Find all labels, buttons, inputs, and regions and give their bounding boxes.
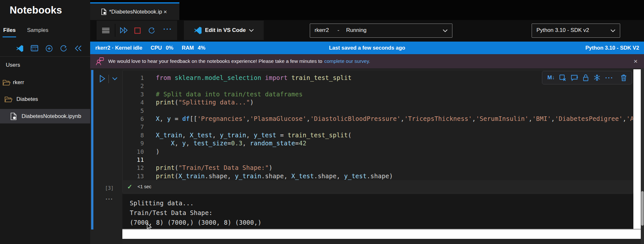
tab-bar: *DiabetesNotebook.ip × bbox=[90, 0, 644, 20]
folder-open-icon bbox=[5, 96, 13, 102]
notebook-canvas: [3] ··· 1from sklearn.model_selection im… bbox=[90, 68, 644, 244]
tab-title: *DiabetesNotebook.ip bbox=[109, 9, 162, 15]
run-cell-icon[interactable] bbox=[99, 75, 106, 83]
code-line[interactable]: 4print("Splitting data...") bbox=[123, 98, 633, 106]
kernel-status-bar: rkerr2 · Kernel idle CPU 0% RAM 4% Last … bbox=[90, 42, 644, 54]
notebook-file-icon bbox=[101, 8, 107, 15]
selected-cell-indicator bbox=[91, 70, 93, 229]
notebook-toolbar: ··· Edit in VS Code Compute: rkerr2 - Ru… bbox=[90, 20, 644, 42]
stop-icon[interactable] bbox=[134, 27, 141, 34]
more-cell-actions-icon[interactable]: ··· bbox=[605, 74, 613, 82]
scrollbar-thumb[interactable] bbox=[641, 191, 644, 226]
execution-duration: <1 sec bbox=[137, 184, 151, 189]
vscode-icon[interactable] bbox=[16, 45, 24, 52]
convert-to-markdown-icon[interactable]: M↓ bbox=[547, 74, 555, 81]
output-line: (7000, 8) (7000,) (3000, 8) (3000,) bbox=[122, 218, 633, 227]
last-saved-status: Last saved a few seconds ago bbox=[329, 45, 405, 51]
code-line[interactable]: 6X, y = df[['Pregnancies','PlasmaGlucose… bbox=[123, 115, 633, 123]
tree-item-diabetes[interactable]: Diabetes bbox=[0, 93, 90, 105]
code-cell[interactable]: 1from sklearn.model_selection import tra… bbox=[122, 70, 633, 193]
code-line[interactable]: 9 X, y, test_size=0.3, random_state=42 bbox=[123, 139, 633, 147]
output-more-icon[interactable]: ··· bbox=[106, 196, 113, 203]
code-line[interactable]: 12print("Train/Test Data Shape:") bbox=[123, 164, 633, 172]
main-area: *DiabetesNotebook.ip × ··· bbox=[90, 0, 644, 244]
toolbar-separator bbox=[115, 24, 115, 37]
compute-select[interactable]: rkerr2 - Running bbox=[310, 24, 452, 38]
clear-output-icon[interactable] bbox=[559, 74, 566, 81]
restart-kernel-icon[interactable] bbox=[148, 27, 155, 34]
survey-link[interactable]: complete our survey. bbox=[324, 58, 370, 64]
compute-state: Running bbox=[346, 27, 366, 34]
scroll-gutter-horizontal bbox=[122, 229, 641, 239]
code-lines[interactable]: 1from sklearn.model_selection import tra… bbox=[123, 74, 633, 180]
svg-text:C:\: C:\ bbox=[32, 48, 37, 51]
vscode-icon bbox=[194, 26, 202, 34]
code-line[interactable]: 10) bbox=[123, 148, 633, 156]
scroll-gutter-vertical bbox=[633, 69, 641, 244]
kernel-name: Python 3.10 - SDK v2 bbox=[536, 27, 589, 34]
users-section-label: Users bbox=[6, 62, 20, 68]
bottom-margin bbox=[122, 239, 641, 244]
code-line[interactable]: 3# Split data into train/test dataframes bbox=[123, 90, 633, 98]
output-line: Splitting data... bbox=[122, 198, 633, 208]
tree-item-label: rkerr bbox=[13, 79, 24, 86]
tree-item-rkerr[interactable]: rkerr bbox=[0, 77, 90, 88]
dismiss-banner-icon[interactable]: × bbox=[634, 57, 638, 65]
folder-open-icon bbox=[3, 79, 11, 86]
kernel-select[interactable]: Python 3.10 - SDK v2 bbox=[532, 24, 620, 38]
run-all-icon[interactable] bbox=[120, 27, 128, 34]
chevron-down-icon bbox=[443, 29, 448, 32]
gutter-separator bbox=[109, 75, 109, 83]
notebook-tab[interactable]: *DiabetesNotebook.ip × bbox=[90, 2, 179, 20]
cell-footer: ✓ <1 sec bbox=[123, 180, 633, 193]
more-actions-icon[interactable]: ··· bbox=[163, 25, 172, 34]
refresh-icon[interactable] bbox=[60, 45, 67, 52]
active-tab-underline bbox=[3, 36, 16, 37]
collapse-sidebar-icon[interactable] bbox=[74, 45, 82, 52]
output-lines: Splitting data...Train/Test Data Shape:(… bbox=[122, 198, 633, 227]
code-line[interactable]: 7 bbox=[123, 123, 633, 131]
cell-output: Splitting data...Train/Test Data Shape:(… bbox=[122, 194, 633, 229]
code-line[interactable]: 5 bbox=[123, 107, 633, 115]
kernel-version-label: Python 3.10 - SDK V2 bbox=[585, 45, 639, 51]
mouse-cursor bbox=[147, 223, 153, 231]
terminal-icon[interactable]: C:\ bbox=[31, 45, 38, 52]
feedback-icon bbox=[95, 57, 104, 66]
edit-in-vscode-label: Edit in VS Code bbox=[205, 27, 246, 34]
edit-in-vscode-button[interactable]: Edit in VS Code bbox=[184, 21, 264, 40]
chevron-down-icon bbox=[249, 29, 254, 32]
freeze-cell-icon[interactable] bbox=[593, 74, 601, 81]
delete-cell-icon[interactable] bbox=[621, 74, 627, 81]
menu-icon[interactable] bbox=[102, 28, 109, 33]
compute-separator: - bbox=[337, 27, 339, 34]
lock-icon[interactable] bbox=[583, 74, 589, 81]
compute-name: rkerr2 bbox=[315, 27, 329, 34]
code-line[interactable]: 8X_train, X_test, y_train, y_test = trai… bbox=[123, 131, 633, 139]
output-line: Train/Test Data Shape: bbox=[122, 208, 633, 218]
code-line[interactable]: 11 bbox=[123, 156, 633, 164]
feedback-message: We would love to hear your feedback on t… bbox=[108, 58, 322, 64]
notebooks-app: Notebooks Files Samples C:\ Users bbox=[0, 0, 644, 244]
notebook-file-icon bbox=[10, 112, 17, 120]
tree-item-label: DiabetesNotebook.ipynb bbox=[22, 113, 81, 120]
sidebar-tab-samples[interactable]: Samples bbox=[27, 27, 48, 34]
code-line[interactable]: 13print(X_train.shape, y_train.shape, X_… bbox=[123, 172, 633, 180]
page-title: Notebooks bbox=[10, 5, 62, 16]
sidebar-tab-files[interactable]: Files bbox=[3, 27, 16, 34]
toolbar-group-run: ··· bbox=[97, 21, 177, 40]
success-check-icon: ✓ bbox=[127, 183, 132, 190]
feedback-banner: We would love to hear your feedback on t… bbox=[90, 54, 644, 68]
tree-item-diabetesnotebook[interactable]: DiabetesNotebook.ipynb bbox=[0, 109, 90, 123]
sidebar: Notebooks Files Samples C:\ Users bbox=[0, 0, 90, 244]
new-file-icon[interactable] bbox=[45, 45, 53, 52]
sidebar-divider bbox=[0, 56, 90, 57]
close-tab-icon[interactable]: × bbox=[163, 8, 167, 15]
cell-menu-chevron-icon[interactable] bbox=[112, 77, 118, 81]
execution-count: [3] bbox=[105, 185, 114, 191]
add-comment-icon[interactable] bbox=[571, 74, 578, 81]
tree-item-label: Diabetes bbox=[16, 96, 38, 102]
chevron-down-icon bbox=[611, 29, 615, 32]
cell-toolbar: M↓ ··· bbox=[542, 71, 632, 84]
